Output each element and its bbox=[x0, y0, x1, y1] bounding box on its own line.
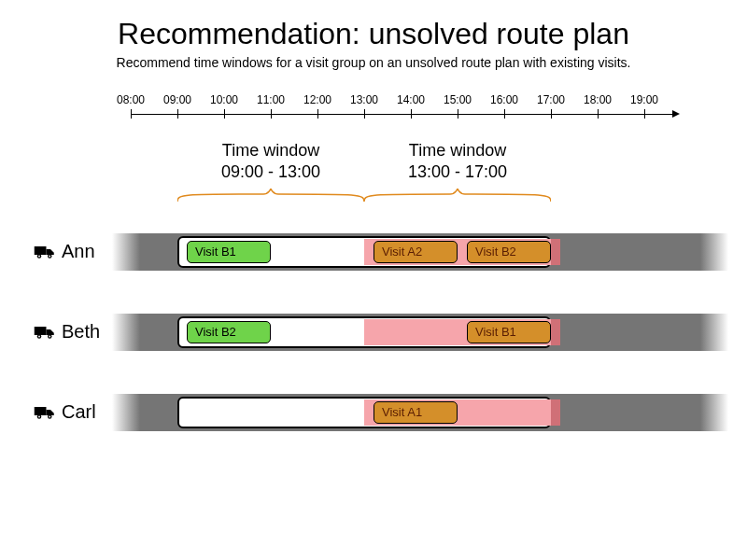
page-subtitle: Recommend time windows for a visit group… bbox=[0, 51, 747, 70]
axis-tick-label: 12:00 bbox=[303, 93, 331, 106]
axis-tick bbox=[364, 109, 365, 119]
visit-chip: Visit B1 bbox=[467, 321, 551, 343]
svg-point-7 bbox=[49, 335, 50, 337]
axis-tick bbox=[598, 109, 599, 119]
time-window-range: 09:00 - 13:00 bbox=[187, 161, 355, 183]
time-window-title: Time window bbox=[187, 140, 355, 161]
vehicle-lane: CarlVisit A1 bbox=[0, 390, 747, 437]
axis-tick-label: 09:00 bbox=[163, 93, 191, 106]
svg-point-10 bbox=[38, 415, 40, 417]
brace-icon bbox=[364, 189, 551, 202]
visit-chip: Visit A2 bbox=[374, 241, 458, 263]
vehicle-lane: AnnVisit B1Visit A2Visit B2 bbox=[0, 230, 747, 276]
svg-point-2 bbox=[38, 255, 40, 257]
time-window-label: Time window13:00 - 17:00 bbox=[374, 140, 542, 182]
lane-bar: Visit A1 bbox=[112, 394, 728, 431]
page: Recommendation: unsolved route plan Reco… bbox=[0, 0, 747, 560]
vehicle-label: Beth bbox=[34, 321, 100, 343]
axis-line bbox=[131, 114, 672, 115]
busy-edge bbox=[551, 319, 560, 345]
vehicle-lane: BethVisit B2Visit B1 bbox=[0, 310, 747, 357]
busy-edge bbox=[551, 239, 560, 265]
svg-point-3 bbox=[49, 255, 50, 257]
vehicle-name: Carl bbox=[62, 401, 96, 423]
svg-point-11 bbox=[49, 415, 50, 417]
vehicle-lanes: AnnVisit B1Visit A2Visit B2BethVisit B2V… bbox=[0, 230, 747, 470]
axis-tick-label: 16:00 bbox=[490, 93, 518, 106]
axis-tick bbox=[458, 109, 458, 119]
axis-tick bbox=[224, 109, 225, 119]
time-window-label: Time window09:00 - 13:00 bbox=[187, 140, 355, 182]
truck-icon bbox=[34, 244, 56, 260]
page-title: Recommendation: unsolved route plan bbox=[0, 0, 747, 51]
truck-icon bbox=[34, 404, 56, 421]
axis-tick-label: 17:00 bbox=[537, 93, 565, 106]
time-axis: 08:0009:0010:0011:0012:0013:0014:0015:00… bbox=[121, 93, 700, 131]
axis-tick bbox=[551, 109, 552, 119]
axis-tick bbox=[644, 109, 645, 119]
axis-tick-label: 10:00 bbox=[210, 93, 238, 106]
time-window-title: Time window bbox=[374, 140, 542, 161]
truck-icon bbox=[34, 324, 56, 341]
axis-tick-label: 08:00 bbox=[117, 93, 145, 106]
axis-tick bbox=[411, 109, 412, 119]
axis-tick bbox=[271, 109, 272, 119]
time-window-range: 13:00 - 17:00 bbox=[374, 161, 542, 183]
svg-point-6 bbox=[38, 335, 40, 337]
vehicle-name: Ann bbox=[62, 241, 95, 262]
vehicle-name: Beth bbox=[62, 321, 100, 343]
lane-bar: Visit B1Visit A2Visit B2 bbox=[112, 233, 728, 271]
axis-tick-label: 14:00 bbox=[397, 93, 425, 106]
visit-chip: Visit B2 bbox=[187, 321, 271, 343]
axis-tick-label: 18:00 bbox=[584, 93, 612, 106]
visit-chip: Visit B2 bbox=[467, 241, 551, 263]
vehicle-label: Ann bbox=[34, 241, 95, 262]
brace-icon bbox=[177, 189, 364, 202]
visit-chip: Visit A1 bbox=[374, 401, 458, 424]
axis-tick bbox=[131, 109, 132, 119]
visit-chip: Visit B1 bbox=[187, 241, 271, 263]
busy-edge bbox=[551, 399, 560, 426]
axis-tick bbox=[177, 109, 178, 119]
axis-tick bbox=[504, 109, 505, 119]
axis-tick-label: 19:00 bbox=[630, 93, 658, 106]
axis-tick bbox=[317, 109, 318, 119]
axis-arrow-icon bbox=[672, 110, 680, 118]
lane-bar: Visit B2Visit B1 bbox=[112, 314, 728, 351]
vehicle-label: Carl bbox=[34, 401, 96, 423]
axis-tick-label: 13:00 bbox=[350, 93, 378, 106]
axis-tick-label: 11:00 bbox=[257, 93, 285, 106]
axis-tick-label: 15:00 bbox=[444, 93, 472, 106]
